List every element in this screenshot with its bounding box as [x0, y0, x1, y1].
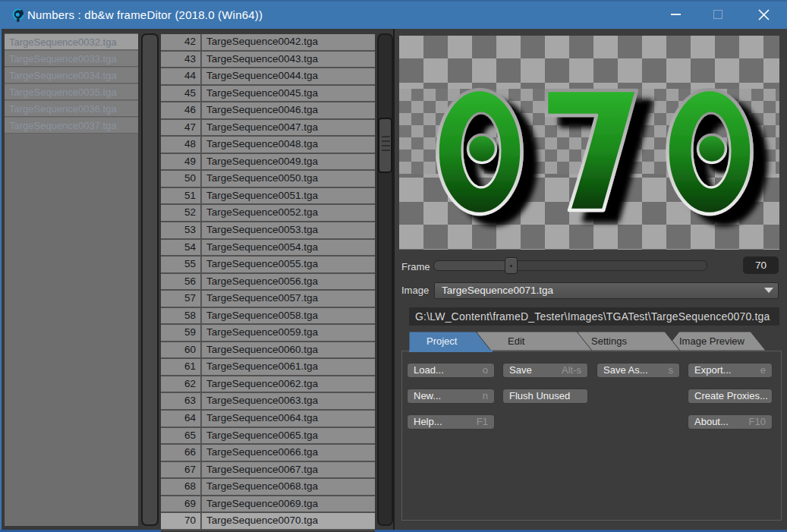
- svg-text:Project: Project: [427, 335, 458, 347]
- svg-text:Edit: Edit: [508, 335, 525, 347]
- svg-text:Settings: Settings: [591, 335, 627, 347]
- svg-text:Image Preview: Image Preview: [679, 335, 745, 347]
